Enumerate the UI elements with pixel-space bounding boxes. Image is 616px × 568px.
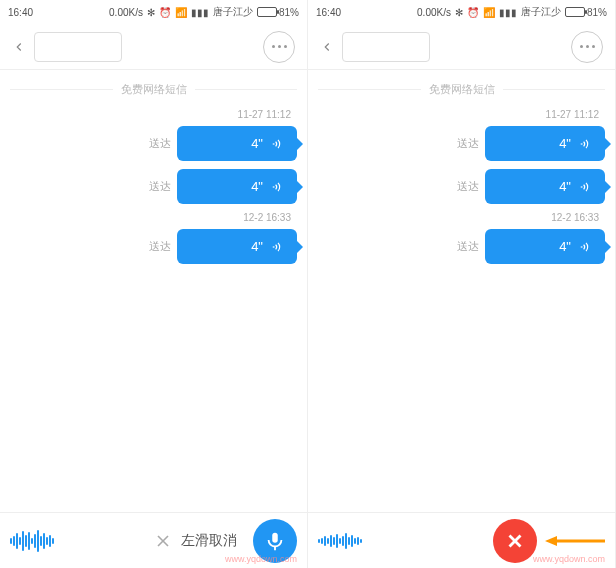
sound-icon: [579, 137, 593, 151]
alarm-icon: ⏰: [467, 7, 479, 18]
delivery-status: 送达: [149, 136, 171, 151]
timestamp: 11-27 11:12: [10, 109, 291, 120]
alarm-icon: ⏰: [159, 7, 171, 18]
contact-name[interactable]: [342, 32, 430, 62]
arrow-left-icon: [545, 535, 605, 547]
message-row: 送达 4": [10, 169, 297, 204]
voice-duration: 4": [251, 179, 263, 194]
timestamp: 11-27 11:12: [318, 109, 599, 120]
mic-icon: [264, 530, 286, 552]
voice-duration: 4": [559, 239, 571, 254]
more-button[interactable]: [263, 31, 295, 63]
message-row: 送达 4": [318, 229, 605, 264]
back-icon[interactable]: [320, 40, 334, 54]
sound-icon: [579, 240, 593, 254]
clock: 16:40: [8, 7, 33, 18]
svg-marker-6: [545, 536, 557, 546]
signal-icon: ▮▮▮: [191, 7, 209, 18]
delivery-status: 送达: [457, 239, 479, 254]
carrier: 唐子江少: [213, 5, 253, 19]
wifi-icon: 📶: [175, 7, 187, 18]
message-row: 送达 4": [318, 169, 605, 204]
swipe-hint: 左滑取消: [181, 532, 237, 550]
timestamp: 12-2 16:33: [318, 212, 599, 223]
chat-header: [0, 24, 307, 70]
delivery-status: 送达: [149, 239, 171, 254]
input-toolbar: 左滑取消: [0, 512, 307, 568]
section-divider: 免费网络短信: [10, 82, 297, 97]
statusbar: 16:40 0.00K/s ✻ ⏰ 📶 ▮▮▮ 唐子江少 81%: [0, 0, 307, 24]
voice-bubble[interactable]: 4": [177, 229, 297, 264]
back-icon[interactable]: [12, 40, 26, 54]
delivery-status: 送达: [457, 179, 479, 194]
timestamp: 12-2 16:33: [10, 212, 291, 223]
close-icon[interactable]: [153, 531, 173, 551]
voice-duration: 4": [559, 136, 571, 151]
contact-name[interactable]: [34, 32, 122, 62]
voice-duration: 4": [251, 239, 263, 254]
delivery-status: 送达: [457, 136, 479, 151]
section-divider: 免费网络短信: [318, 82, 605, 97]
phone-left: 16:40 0.00K/s ✻ ⏰ 📶 ▮▮▮ 唐子江少 81% 免费网络短信 …: [0, 0, 308, 568]
conversation: 免费网络短信 11-27 11:12 送达 4" 送达 4" 12-2 16:3…: [308, 70, 615, 512]
voice-bubble[interactable]: 4": [485, 169, 605, 204]
phone-right: 16:40 0.00K/s ✻ ⏰ 📶 ▮▮▮ 唐子江少 81% 免费网络短信 …: [308, 0, 616, 568]
bluetooth-icon: ✻: [147, 7, 155, 18]
battery: 81%: [257, 7, 299, 18]
conversation: 免费网络短信 11-27 11:12 送达 4" 送达 4" 12-2 16:3…: [0, 70, 307, 512]
voice-bubble[interactable]: 4": [177, 126, 297, 161]
battery: 81%: [565, 7, 607, 18]
signal-icon: ▮▮▮: [499, 7, 517, 18]
sound-icon: [271, 137, 285, 151]
sound-icon: [271, 240, 285, 254]
voice-bubble[interactable]: 4": [485, 126, 605, 161]
statusbar: 16:40 0.00K/s ✻ ⏰ 📶 ▮▮▮ 唐子江少 81%: [308, 0, 615, 24]
close-icon: [504, 530, 526, 552]
voice-bubble[interactable]: 4": [177, 169, 297, 204]
bluetooth-icon: ✻: [455, 7, 463, 18]
net-speed: 0.00K/s: [109, 7, 143, 18]
carrier: 唐子江少: [521, 5, 561, 19]
chat-header: [308, 24, 615, 70]
wifi-icon: 📶: [483, 7, 495, 18]
input-toolbar: [308, 512, 615, 568]
voice-bubble[interactable]: 4": [485, 229, 605, 264]
message-row: 送达 4": [10, 229, 297, 264]
sound-icon: [579, 180, 593, 194]
delivery-status: 送达: [149, 179, 171, 194]
record-button[interactable]: [253, 519, 297, 563]
voice-duration: 4": [559, 179, 571, 194]
message-row: 送达 4": [318, 126, 605, 161]
more-button[interactable]: [571, 31, 603, 63]
cancel-record-button[interactable]: [493, 519, 537, 563]
sound-icon: [271, 180, 285, 194]
message-row: 送达 4": [10, 126, 297, 161]
clock: 16:40: [316, 7, 341, 18]
waveform-icon: [318, 529, 378, 553]
net-speed: 0.00K/s: [417, 7, 451, 18]
voice-duration: 4": [251, 136, 263, 151]
waveform-icon: [10, 529, 70, 553]
